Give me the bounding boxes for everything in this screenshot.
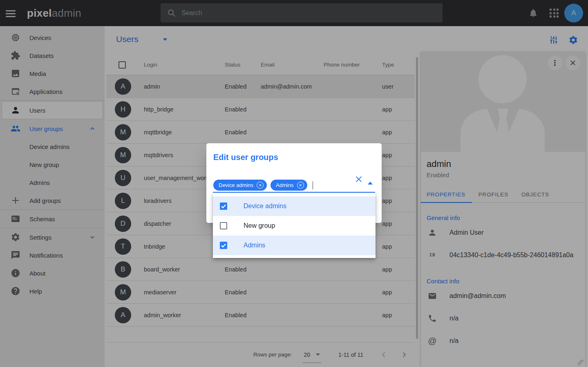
option-label: New group xyxy=(244,222,275,229)
group-chip[interactable]: Device admins ✕ xyxy=(213,180,267,191)
clear-all-icon[interactable] xyxy=(354,175,363,184)
input-underline xyxy=(213,192,375,193)
dropdown-option[interactable]: New group xyxy=(213,216,376,236)
chip-remove-icon[interactable]: ✕ xyxy=(257,182,264,189)
user-groups-dropdown: Device admins New group Admins xyxy=(213,193,376,258)
dialog-title: Edit user groups xyxy=(213,153,382,162)
group-chip[interactable]: Admins ✕ xyxy=(271,180,307,191)
chip-remove-icon[interactable]: ✕ xyxy=(297,182,304,189)
chip-label: Admins xyxy=(276,182,293,188)
dropdown-option[interactable]: Device admins xyxy=(213,196,376,216)
dropdown-option[interactable]: Admins xyxy=(213,236,376,255)
checkbox-unchecked-icon[interactable] xyxy=(220,222,227,229)
groups-input-field[interactable]: Device admins ✕ Admins ✕ xyxy=(213,180,313,191)
dropdown-collapse-arrow-icon[interactable] xyxy=(368,182,373,185)
chip-label: Device admins xyxy=(219,182,253,188)
text-cursor xyxy=(313,181,313,189)
option-label: Device admins xyxy=(244,202,286,210)
checkbox-checked-icon[interactable] xyxy=(220,202,227,210)
checkbox-checked-icon[interactable] xyxy=(220,242,227,249)
option-label: Admins xyxy=(244,242,265,249)
